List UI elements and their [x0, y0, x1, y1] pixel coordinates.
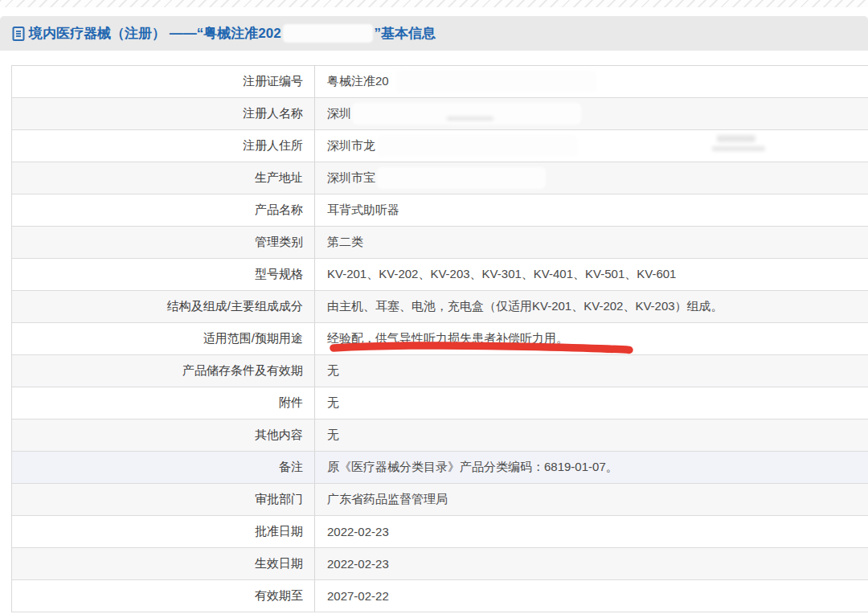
table-row: 产品储存条件及有效期 无 — [12, 355, 868, 387]
row-value-text: 原《医疗器械分类目录》产品分类编码：6819-01-07。 — [327, 460, 618, 475]
table-row: 批准日期 2022-02-23 — [12, 516, 868, 548]
row-value: 由主机、耳塞、电池，充电盒（仅适用KV-201、KV-202、KV-203）组成… — [315, 291, 868, 322]
row-label: 注册人住所 — [12, 130, 315, 162]
table-row: 注册证编号 粤械注准20 — [12, 66, 868, 98]
row-value-text: 广东省药品监督管理局 — [327, 492, 448, 507]
row-value: 深圳 — [315, 98, 868, 129]
table-row: 适用范围/预期用途 经验配，供气导性听力损失患者补偿听力用。 — [12, 323, 868, 355]
row-label: 审批部门 — [12, 484, 315, 515]
row-value: 粤械注准20 — [315, 66, 868, 97]
redaction-ghost — [717, 135, 755, 142]
table-row: 型号规格 KV-201、KV-202、KV-203、KV-301、KV-401、… — [12, 259, 868, 291]
table-row: 管理类别 第二类 — [12, 227, 868, 259]
row-label: 有效期至 — [12, 580, 315, 612]
page-title: 境内医疗器械（注册） ——“粤械注准202”基本信息 — [29, 24, 436, 43]
row-value: 经验配，供气导性听力损失患者补偿听力用。 — [315, 323, 868, 354]
redaction-ghost — [712, 146, 765, 151]
row-value: 无 — [315, 387, 868, 419]
row-label: 生产地址 — [12, 162, 315, 194]
row-label: 适用范围/预期用途 — [12, 323, 315, 354]
table-row: 审批部门 广东省药品监督管理局 — [12, 484, 868, 516]
table-row: 附件 无 — [12, 387, 868, 420]
redaction-patch — [377, 167, 546, 189]
row-value-text: 深圳 — [327, 106, 351, 121]
row-label: 生效日期 — [12, 548, 315, 579]
redaction-patch — [377, 135, 578, 157]
row-value-text: KV-201、KV-202、KV-203、KV-301、KV-401、KV-50… — [327, 267, 676, 282]
row-value-text: 无 — [327, 428, 339, 443]
table-row: 有效期至 2027-02-22 — [12, 580, 868, 612]
row-label: 产品储存条件及有效期 — [12, 355, 315, 387]
table-row: 产品名称 耳背式助听器 — [12, 194, 868, 227]
row-label: 结构及组成/主要组成成分 — [12, 291, 315, 322]
row-value: 2022-02-23 — [315, 548, 868, 579]
row-value-text: 经验配，供气导性听力损失患者补偿听力用。 — [327, 331, 568, 346]
row-value: 广东省药品监督管理局 — [315, 484, 868, 515]
row-label: 注册证编号 — [12, 66, 315, 97]
redaction-patch — [283, 24, 373, 43]
redaction-patch — [395, 71, 596, 92]
row-value-text: 2022-02-23 — [327, 525, 389, 538]
row-value-text: 无 — [327, 395, 339, 411]
row-value: 无 — [315, 420, 868, 451]
row-label: 附件 — [12, 387, 315, 419]
page-title-prefix: 境内医疗器械（注册） ——“粤械注准202 — [29, 24, 281, 43]
row-value-text: 耳背式助听器 — [327, 203, 399, 218]
redaction-patch — [352, 103, 581, 125]
table-row: 备注 原《医疗器械分类目录》产品分类编码：6819-01-07。 — [12, 452, 868, 484]
document-icon — [11, 26, 26, 42]
row-label: 其他内容 — [12, 420, 315, 451]
row-value: 第二类 — [315, 227, 868, 258]
row-label: 管理类别 — [12, 227, 315, 258]
table-row: 注册人住所 深圳市龙 — [12, 130, 868, 162]
row-value-text: 无 — [327, 363, 339, 379]
row-value: 2027-02-22 — [315, 580, 868, 612]
row-value: 耳背式助听器 — [315, 194, 868, 226]
row-value-text: 由主机、耳塞、电池，充电盒（仅适用KV-201、KV-202、KV-203）组成… — [327, 299, 723, 314]
row-value: 无 — [315, 355, 868, 387]
row-value-text: 深圳市龙 — [327, 138, 375, 154]
row-label: 注册人名称 — [12, 98, 315, 129]
row-value: KV-201、KV-202、KV-203、KV-301、KV-401、KV-50… — [315, 259, 868, 290]
row-value: 深圳市龙 — [315, 130, 868, 162]
row-value: 原《医疗器械分类目录》产品分类编码：6819-01-07。 — [315, 452, 868, 483]
table-row: 生产地址 深圳市宝 — [12, 162, 868, 194]
decorative-hatch-strip — [0, 0, 868, 7]
row-value: 深圳市宝 — [315, 162, 868, 194]
section-header: 境内医疗器械（注册） ——“粤械注准202”基本信息 — [0, 16, 868, 51]
row-label: 型号规格 — [12, 259, 315, 290]
row-value-text: 粤械注准20 — [327, 74, 389, 89]
row-label: 批准日期 — [12, 516, 315, 547]
row-label: 备注 — [12, 452, 315, 483]
redaction-ghost — [447, 117, 493, 121]
table-row: 其他内容 无 — [12, 420, 868, 452]
row-value-text: 2027-02-22 — [327, 589, 389, 603]
page: 境内医疗器械（注册） ——“粤械注准202”基本信息 注册证编号 粤械注准20 … — [0, 0, 868, 614]
row-label: 产品名称 — [12, 194, 315, 226]
page-title-suffix: ”基本信息 — [375, 24, 436, 43]
row-value-text: 第二类 — [327, 235, 363, 250]
registration-info-table: 注册证编号 粤械注准20 注册人名称 深圳 注册人住所 深圳市龙 生产地址 深圳… — [11, 65, 868, 612]
row-value: 2022-02-23 — [315, 516, 868, 547]
table-row: 结构及组成/主要组成成分 由主机、耳塞、电池，充电盒（仅适用KV-201、KV-… — [12, 291, 868, 323]
table-row: 生效日期 2022-02-23 — [12, 548, 868, 580]
row-value-text: 2022-02-23 — [327, 557, 389, 571]
table-row: 注册人名称 深圳 — [12, 98, 868, 130]
row-value-text: 深圳市宝 — [327, 170, 375, 186]
